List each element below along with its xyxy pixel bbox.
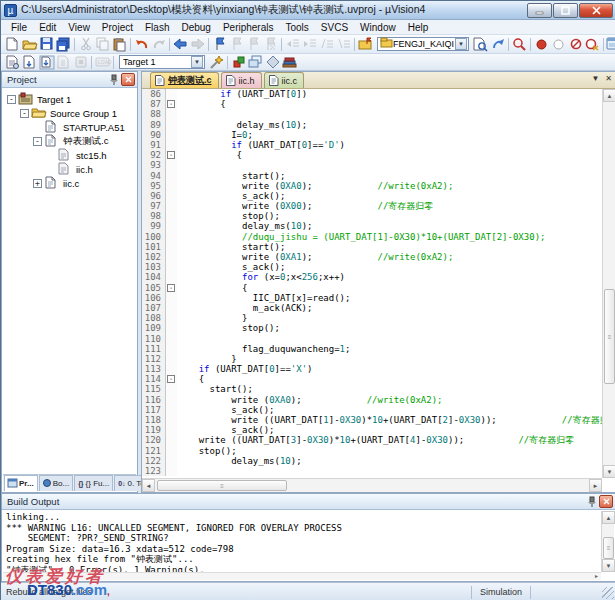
code-line[interactable]: 110 [142, 334, 602, 344]
find-text-button[interactable] [489, 36, 506, 52]
scroll-right-arrow[interactable]: ► [589, 479, 602, 492]
menu-view[interactable]: View [62, 20, 96, 35]
collapse-toggle[interactable]: - [33, 137, 42, 146]
build-output-vertical-scrollbar[interactable]: ▲ ≡ ▼ [601, 511, 614, 572]
menu-file[interactable]: File [5, 20, 33, 35]
debug-windows-button[interactable] [606, 36, 615, 52]
panel-tab-fu[interactable]: {}{} Fu... [74, 475, 113, 491]
code-line[interactable]: 99 delay_ms(10); [142, 221, 602, 231]
scroll-left-arrow[interactable]: ◄ [142, 479, 155, 492]
code-line[interactable]: 91 if (UART_DAT[0]=='D') [142, 140, 602, 150]
target-combobox[interactable]: Target 1 ▼ [119, 55, 205, 69]
fold-margin[interactable]: - [166, 374, 177, 384]
code-line[interactable]: 90 I=0; [142, 130, 602, 140]
code-line[interactable]: 97 write (0X00); //寄存器归零 [142, 201, 602, 211]
tab-list-dropdown[interactable]: ▼ [591, 74, 599, 83]
resize-grip[interactable] [602, 587, 614, 599]
code-line[interactable]: 116 write (0XA0); //write(0xA2); [142, 395, 602, 405]
code-line[interactable]: 123 [142, 466, 602, 476]
code-line[interactable]: 107 m_ack(ACK); [142, 303, 602, 313]
code-line[interactable]: 103 s_ack(); [142, 262, 602, 272]
code-line[interactable]: 119 s_ack(); [142, 425, 602, 435]
code-line[interactable]: 115 start(); [142, 384, 602, 394]
menu-svcs[interactable]: SVCS [315, 20, 354, 35]
code-line[interactable]: 95 write (0XA0); //write(0xA2); [142, 181, 602, 191]
menu-window[interactable]: Window [354, 20, 402, 35]
code-line[interactable]: 92- { [142, 150, 602, 160]
collapse-toggle[interactable]: - [7, 95, 16, 104]
tree-item[interactable]: STARTUP.A51 [3, 120, 136, 134]
flags-combobox[interactable]: FENGJI_KAIQI ▼ [377, 37, 469, 51]
code-line[interactable]: 113 if (UART_DAT[0]=='X') [142, 364, 602, 374]
code-line[interactable]: 94 start(); [142, 171, 602, 181]
editor-horizontal-scrollbar[interactable]: ◄ ≡ ► [142, 478, 602, 492]
tree-item[interactable]: +iic.c [3, 176, 136, 190]
fold-collapse-icon[interactable]: - [167, 284, 175, 292]
code-line[interactable]: 102 write (0XA1); //write(0xA2); [142, 252, 602, 262]
save-button[interactable] [38, 36, 55, 52]
maximize-button[interactable] [553, 3, 578, 18]
menu-flash[interactable]: Flash [139, 20, 175, 35]
fold-collapse-icon[interactable]: - [167, 100, 175, 108]
flash-download-button[interactable] [230, 54, 247, 70]
translate-button[interactable] [4, 54, 21, 70]
menu-help[interactable]: Help [402, 20, 435, 35]
scroll-up-arrow[interactable]: ▲ [603, 89, 615, 102]
paste-button[interactable] [111, 36, 128, 52]
undo-button[interactable] [133, 36, 150, 52]
scroll-down-arrow[interactable]: ▼ [602, 559, 615, 572]
close-button[interactable] [579, 3, 613, 18]
editor-tab-2[interactable]: iic.c [264, 72, 305, 88]
code-line[interactable]: 89 delay_ms(10); [142, 120, 602, 130]
code-area[interactable]: 86 if (UART_DAT[0])87- {8889 delay_ms(10… [142, 89, 602, 478]
expand-toggle[interactable]: + [33, 179, 42, 188]
editor-tab-0[interactable]: 钟表测试.c [150, 72, 219, 88]
tree-item[interactable]: stc15.h [3, 148, 136, 162]
configure-flags-button[interactable] [357, 36, 374, 52]
menu-project[interactable]: Project [96, 20, 139, 35]
build-button[interactable] [21, 54, 38, 70]
menu-edit[interactable]: Edit [33, 20, 62, 35]
tree-item[interactable]: -Target 1 [3, 92, 136, 106]
code-line[interactable]: 93 [142, 160, 602, 170]
find-in-files-button[interactable] [472, 36, 489, 52]
editor-vertical-scrollbar[interactable]: ▲ ≡ ▼ [602, 89, 615, 478]
scroll-right-arrow[interactable]: ► [592, 573, 601, 580]
code-line[interactable]: 100 //duqu_jishu = (UART_DAT[1]-0X30)*10… [142, 232, 602, 242]
project-diamond-button[interactable] [264, 54, 281, 70]
options-for-target-button[interactable] [208, 54, 225, 70]
tree-item[interactable]: -钟表测试.c [3, 134, 136, 148]
fold-collapse-icon[interactable]: - [167, 375, 175, 383]
code-line[interactable]: 87- { [142, 99, 602, 109]
scroll-down-arrow[interactable]: ▼ [603, 465, 615, 478]
code-line[interactable]: 112 } [142, 354, 602, 364]
code-line[interactable]: 109 stop(); [142, 323, 602, 333]
code-line[interactable]: 120 write ((UART_DAT[3]-0X30)*10+(UART_D… [142, 435, 602, 445]
code-line[interactable]: 105- { [142, 283, 602, 293]
tree-item[interactable]: iic.h [3, 162, 136, 176]
project-close-button[interactable] [121, 73, 135, 86]
breakpoint-kill-all-button[interactable] [584, 36, 601, 52]
breakpoint-enable-disable-button[interactable] [550, 36, 567, 52]
breakpoint-disable-all-button[interactable] [567, 36, 584, 52]
fold-margin[interactable]: - [166, 99, 177, 109]
code-line[interactable]: 108 } [142, 313, 602, 323]
breakpoint-toggle-button[interactable] [533, 36, 550, 52]
rebuild-button[interactable] [38, 54, 55, 70]
fold-margin[interactable]: - [166, 283, 177, 293]
code-line[interactable]: 101 start(); [142, 242, 602, 252]
code-line[interactable]: 88 [142, 109, 602, 119]
tab-close-button[interactable]: ✕ [605, 74, 612, 83]
books-button[interactable] [281, 54, 298, 70]
build-output-vscroll-thumb[interactable]: ≡ [603, 537, 614, 559]
editor-tab-1[interactable]: iic.h [221, 72, 262, 88]
build-output-close-button[interactable] [599, 495, 613, 508]
open-file-button[interactable] [21, 36, 38, 52]
code-line[interactable]: 121 stop(); [142, 446, 602, 456]
editor-vscroll-thumb[interactable]: ≡ [604, 289, 615, 384]
minimize-button[interactable] [527, 3, 552, 18]
code-line[interactable]: 86 if (UART_DAT[0]) [142, 89, 602, 99]
fold-margin[interactable]: - [166, 150, 177, 160]
code-line[interactable]: 104 for (x=0;x<256;x++) [142, 272, 602, 282]
flags-combobox-dropdown[interactable]: ▼ [455, 38, 467, 50]
